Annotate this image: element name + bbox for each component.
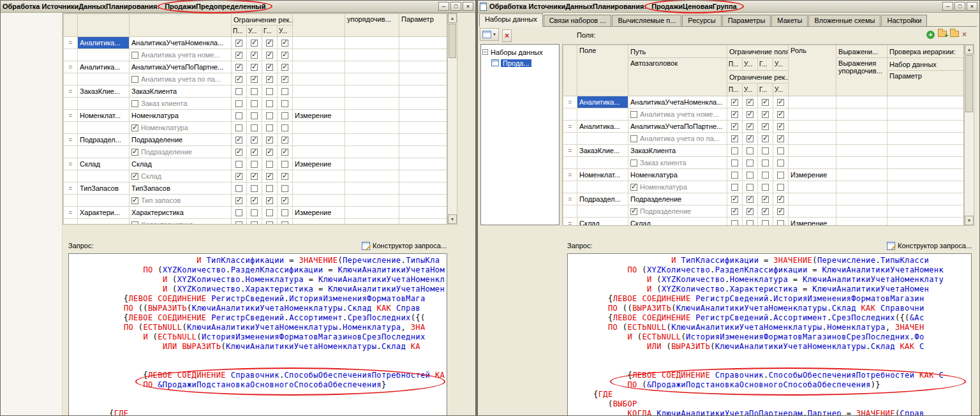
cell-flag[interactable] xyxy=(247,85,262,98)
flag-checkbox[interactable] xyxy=(281,112,288,119)
flag-checkbox[interactable] xyxy=(266,100,273,107)
table-row[interactable]: =Номенклат...НоменклатураИзмерение xyxy=(64,110,447,122)
cell-empty[interactable] xyxy=(399,207,447,219)
table-row[interactable]: Тип запасов xyxy=(64,195,447,207)
cell-role[interactable] xyxy=(293,37,345,49)
flag-checkbox[interactable] xyxy=(281,40,288,47)
cell-path[interactable]: ЗаказКлиента xyxy=(130,85,232,98)
cell-path[interactable]: АналитикаУчетаПоПартне... xyxy=(628,121,727,133)
cell-flag[interactable] xyxy=(743,218,758,227)
flag-checkbox[interactable] xyxy=(777,123,784,130)
flag-checkbox[interactable] xyxy=(235,100,242,107)
tab-7[interactable]: Вложенные схемы xyxy=(808,15,880,26)
cell-empty[interactable] xyxy=(345,122,399,134)
cell-empty[interactable] xyxy=(345,219,399,225)
table-row[interactable]: =ЗаказКлие...ЗаказКлиента xyxy=(563,145,964,157)
cell-flag[interactable] xyxy=(262,37,278,49)
tab-8[interactable]: Настройки xyxy=(881,15,927,26)
flag-checkbox[interactable] xyxy=(777,220,784,226)
col-path[interactable] xyxy=(130,14,232,37)
flag-checkbox[interactable] xyxy=(777,147,784,154)
cell-path[interactable]: Тип запасов xyxy=(130,195,232,207)
flag-checkbox[interactable] xyxy=(746,135,754,142)
cell-flag[interactable] xyxy=(743,181,758,193)
cell-flag[interactable] xyxy=(727,108,743,121)
cell-path[interactable]: Номенклатура xyxy=(130,122,232,134)
cell-flag[interactable] xyxy=(727,157,743,169)
flag-checkbox[interactable] xyxy=(281,149,288,156)
cell-flag[interactable] xyxy=(758,133,773,145)
flag-checkbox[interactable] xyxy=(762,184,769,191)
cell-path[interactable]: Аналитика учета номе... xyxy=(130,49,232,61)
tab-3[interactable]: Вычисляемые п... xyxy=(612,15,681,26)
col-restriction-field[interactable]: Ограничение поля xyxy=(727,45,789,58)
cell-role[interactable] xyxy=(789,193,836,205)
close-button[interactable]: × xyxy=(463,2,473,11)
cell-flag[interactable] xyxy=(232,146,247,158)
title-checkbox[interactable] xyxy=(630,160,637,167)
cell-field[interactable]: Характери... xyxy=(78,207,130,219)
cell-path[interactable]: Подразделение xyxy=(628,193,727,205)
cell-flag[interactable] xyxy=(743,169,758,181)
cell-empty[interactable] xyxy=(836,205,887,218)
flag-checkbox[interactable] xyxy=(235,221,242,225)
cell-flag[interactable] xyxy=(278,158,293,170)
col-flag-order[interactable]: У... xyxy=(773,58,789,71)
cell-flag[interactable] xyxy=(727,169,743,181)
table-row[interactable]: =Номенклат...НоменклатураИзмерение xyxy=(563,169,964,181)
cell-flag[interactable] xyxy=(773,145,789,157)
cell-field[interactable] xyxy=(78,49,130,61)
title-checkbox[interactable] xyxy=(131,124,138,131)
titlebar[interactable]: Обработка ИсточникиДанныхПланирования: П… xyxy=(478,1,979,13)
cell-empty[interactable] xyxy=(345,85,399,98)
scroll-up-icon[interactable]: ▲ xyxy=(448,13,457,23)
cell-flag[interactable] xyxy=(262,85,278,98)
grid-scrollbar[interactable]: ▲ ▼ xyxy=(964,44,974,226)
cell-empty[interactable] xyxy=(345,134,399,146)
cell-flag[interactable] xyxy=(232,37,247,49)
flag-checkbox[interactable] xyxy=(235,112,242,119)
cell-flag[interactable] xyxy=(232,170,247,182)
cell-role[interactable] xyxy=(293,219,345,225)
cell-field[interactable]: Аналитика... xyxy=(78,37,130,49)
cell-flag[interactable] xyxy=(278,170,293,182)
flag-checkbox[interactable] xyxy=(281,173,288,180)
cell-flag[interactable] xyxy=(247,182,262,195)
cell-field[interactable]: Подраздел... xyxy=(78,134,130,146)
cell-path[interactable]: Характеристика xyxy=(130,219,232,225)
cell-empty[interactable] xyxy=(399,49,447,61)
cell-field[interactable]: Склад xyxy=(577,218,628,227)
scroll-up-icon[interactable]: ▲ xyxy=(965,45,974,54)
cell-empty[interactable] xyxy=(399,61,447,73)
cell-flag[interactable] xyxy=(727,218,743,227)
title-checkbox[interactable] xyxy=(131,173,138,180)
cell-empty[interactable] xyxy=(836,96,887,108)
tab-6[interactable]: Макеты xyxy=(771,15,808,26)
flag-checkbox[interactable] xyxy=(746,184,754,191)
cell-flag[interactable] xyxy=(232,98,247,110)
cell-flag[interactable] xyxy=(232,182,247,195)
cell-flag[interactable] xyxy=(278,219,293,225)
cell-empty[interactable] xyxy=(345,158,399,170)
col-restriction-rec[interactable]: Ограничение рек... xyxy=(727,71,789,84)
col-role[interactable]: Роль xyxy=(789,45,836,96)
cell-flag[interactable] xyxy=(247,158,262,170)
cell-empty[interactable] xyxy=(345,37,399,49)
cell-flag[interactable] xyxy=(278,85,293,98)
cell-empty[interactable] xyxy=(887,133,964,145)
cell-flag[interactable] xyxy=(758,96,773,108)
flag-checkbox[interactable] xyxy=(746,172,754,179)
flag-checkbox[interactable] xyxy=(266,112,273,119)
flag-checkbox[interactable] xyxy=(777,135,784,142)
cell-flag[interactable] xyxy=(262,98,278,110)
flag-checkbox[interactable] xyxy=(762,111,769,118)
col-flag-group[interactable]: Г... xyxy=(758,58,773,71)
cell-role[interactable] xyxy=(293,85,345,98)
tab-5[interactable]: Параметры xyxy=(722,15,771,26)
col-dataset[interactable]: Набор данных xyxy=(887,58,964,71)
table-row[interactable]: =Аналитика...АналитикаУчетаПоПартне... xyxy=(64,61,447,73)
cell-path[interactable]: Номенклатура xyxy=(628,169,727,181)
cell-flag[interactable] xyxy=(262,122,278,134)
flag-checkbox[interactable] xyxy=(235,137,242,144)
cell-flag[interactable] xyxy=(247,49,262,61)
